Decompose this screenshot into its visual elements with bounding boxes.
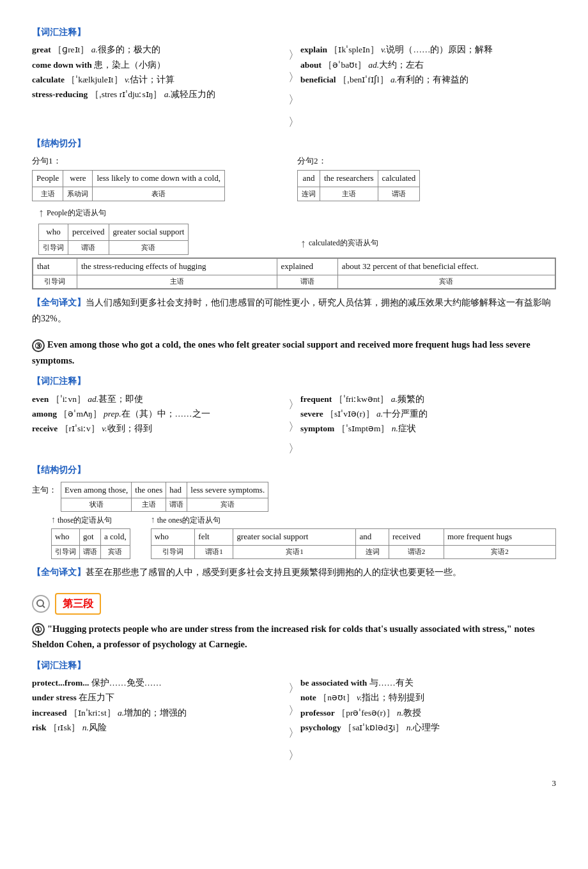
vocab-frequent: frequent ［ˈfriːkwənt］ a.频繁的 [300, 393, 556, 406]
os-received: received [389, 529, 444, 546]
os-and: and [356, 529, 389, 546]
struct-section-3: 【结构切分】 主句： Even among those, the ones ha… [32, 463, 556, 559]
fen2-label-lianci: 连词 [298, 187, 320, 201]
fen1-cell-people: People [33, 170, 63, 187]
os-who: who [151, 529, 195, 546]
struct-header-2: 【结构切分】 [32, 137, 556, 151]
vocab-header-3: 【词汇注释】 [32, 374, 556, 388]
fen1-cell-were: were [63, 170, 93, 187]
vocab-section-4: 【词汇注释】 protect...from... 保护……免受…… under … [32, 659, 556, 765]
vocab-divider-2: 〉〉〉〉 [288, 43, 300, 131]
main-clause-label: 主句： [32, 484, 57, 497]
vocab-entry-great: great ［ɡreɪt］ a.很多的；极大的 [32, 43, 288, 56]
bot-label-binyu: 宾语 [337, 275, 555, 289]
people-sub-label: People的定语从句 [47, 207, 106, 219]
people-sub-container: ↑ People的定语从句 who perceived greater soci… [38, 204, 294, 255]
ones-sub-label: the ones的定语从句 [157, 514, 221, 527]
fen1-label-biaoyu: 表语 [93, 187, 225, 201]
struct-section-2: 【结构切分】 分句1： People were less likely to c… [32, 137, 556, 289]
vocab-left-2: great ［ɡreɪt］ a.很多的；极大的 come down with 患… [32, 43, 288, 131]
fen2-container: 分句2： and the researchers calculated 连词 主… [297, 155, 556, 201]
fen1-label: 分句1： [32, 155, 291, 168]
ps-binyu: 宾语 [109, 240, 189, 255]
mc-symptoms: less severe symptoms. [187, 482, 268, 498]
vocab-severe: severe ［sɪˈvɪə(r)］ a.十分严重的 [300, 408, 556, 420]
those-sub-container: ↑ those的定语从句 who got a cold, 引导词 谓语 宾语 [51, 513, 130, 559]
fen1-cell-predicate: less likely to come down with a cold, [93, 170, 225, 187]
vocab-right-4: be associated with 与……有关 note ［nəʊt］ v.指… [300, 677, 556, 764]
fen2-label: 分句2： [297, 155, 556, 168]
fen1-label-xidongci: 系动词 [63, 187, 93, 201]
os-felt: felt [195, 529, 233, 546]
bot-object: about 32 percent of that beneficial effe… [337, 259, 555, 275]
vocab-entry-comedown: come down with 患，染上（小病） [32, 59, 288, 72]
fen1-container: 分句1： People were less likely to come dow… [32, 155, 291, 201]
ts-who: who [52, 529, 80, 546]
vocab-psychology: psychology ［saɪˈkɒlədʒi］ n.心理学 [300, 721, 556, 734]
vocab-section-3: 【词汇注释】 even ［ˈiːvn］ ad.甚至；即使 among ［əˈmʌ… [32, 374, 556, 458]
ts-cold: a cold, [101, 529, 130, 546]
vocab-professor: professor ［prəˈfesə(r)］ n.教授 [300, 707, 556, 719]
para3-sentence1: ①"Hugging protects people who are under … [32, 621, 556, 652]
vocab-entry-about: about ［əˈbaʊt］ ad.大约；左右 [300, 59, 556, 72]
bot-subject: the stress-reducing effects of hugging [77, 259, 277, 275]
fen2-cell-calculated: calculated [378, 170, 420, 187]
fen1-label-zhuyv: 主语 [33, 187, 63, 201]
vocab-entry-beneficial: beneficial ［ˌbenɪˈfɪʃl］ a.有利的；有裨益的 [300, 73, 556, 86]
vocab-divider-4: 〉〉〉〉 [288, 677, 300, 764]
page-number: 3 [32, 777, 556, 790]
os-hugs: more frequent hugs [444, 529, 555, 546]
ps-who: who [39, 224, 68, 240]
bot-explained: explained [277, 259, 337, 275]
ps-weiyu: 谓语 [68, 240, 109, 255]
mc-evenamong: Even among those, [61, 482, 132, 498]
main-clause-table-container: Even among those, the ones had less seve… [61, 482, 556, 512]
vocab-header-4: 【词汇注释】 [32, 659, 556, 673]
ps-perceived: perceived [68, 224, 109, 240]
ts-weiyu: 谓语 [80, 546, 101, 559]
fen2-cell-and: and [298, 170, 320, 187]
vocab-entry-calculate: calculate ［ˈkælkjuleɪt］ v.估计；计算 [32, 73, 288, 86]
mc-had: had [166, 482, 187, 498]
struct-header-3: 【结构切分】 [32, 463, 556, 477]
os-support: greater social support [233, 529, 356, 546]
para3-header: 第三段 [32, 593, 556, 615]
ts-binyu: 宾语 [101, 546, 130, 559]
translation-3: 【全句译文】甚至在那些患了感冒的人中，感受到更多社会支持且更频繁得到拥抱的人的症… [32, 564, 556, 580]
translation-2-bracket: 【全句译文】 [32, 298, 86, 307]
vocab-right-3: frequent ［ˈfriːkwənt］ a.频繁的 severe ［sɪˈv… [300, 393, 556, 458]
vocab-section-2: 【词汇注释】 great ［ɡreɪt］ a.很多的；极大的 come down… [32, 26, 556, 132]
ones-sub-container: ↑ the ones的定语从句 who felt greater social … [151, 513, 556, 559]
os-binyu2: 宾语2 [444, 546, 555, 559]
sentence-3-num: ③ [32, 339, 45, 352]
bot-label-yindaoci: 引导词 [33, 275, 77, 289]
vocab-right-2: explain ［ɪkˈspleɪn］ v.说明（……的）原因；解释 about… [300, 43, 556, 131]
mc-label-weiyu: 谓语 [166, 498, 187, 512]
sentence-3-text: ③Even among those who got a cold, the on… [32, 337, 556, 368]
fen2-label-zhuyv2: 主语 [320, 187, 378, 201]
vocab-receive: receive ［rɪˈsiːv］ v.收到；得到 [32, 422, 288, 435]
vocab-understress: under stress 在压力下 [32, 691, 288, 704]
mc-label-binyu: 宾语 [187, 498, 268, 512]
para3-search-icon [32, 595, 50, 613]
ones-sub-table: who felt greater social support and rece… [151, 528, 556, 558]
para3-label-box: 第三段 [55, 593, 101, 615]
calculated-sub-container: ↑ calculated的宾语从句 [300, 204, 556, 255]
os-binyu1: 宾语1 [233, 546, 356, 559]
ts-got: got [80, 529, 101, 546]
main-clause-table: Even among those, the ones had less seve… [61, 482, 268, 512]
vocab-divider-3: 〉〉〉 [288, 393, 300, 458]
vocab-symptom: symptom ［ˈsɪmptəm］ n.症状 [300, 422, 556, 435]
vocab-note: note ［nəʊt］ v.指出；特别提到 [300, 691, 556, 704]
ts-yindaoci: 引导词 [52, 546, 80, 559]
vocab-among: among ［əˈmʌŋ］ prep.在（其）中；……之一 [32, 408, 288, 420]
svg-line-1 [43, 605, 45, 608]
people-sub-table: who perceived greater social support 引导词… [38, 224, 189, 255]
mc-theones: the ones [132, 482, 166, 498]
vocab-associated: be associated with 与……有关 [300, 677, 556, 689]
translation-3-bracket: 【全句译文】 [32, 567, 86, 577]
bot-that: that [33, 259, 77, 275]
bot-label-zhuyv: 主语 [77, 275, 277, 289]
vocab-even: even ［ˈiːvn］ ad.甚至；即使 [32, 393, 288, 406]
os-yindaoci: 引导词 [151, 546, 195, 559]
